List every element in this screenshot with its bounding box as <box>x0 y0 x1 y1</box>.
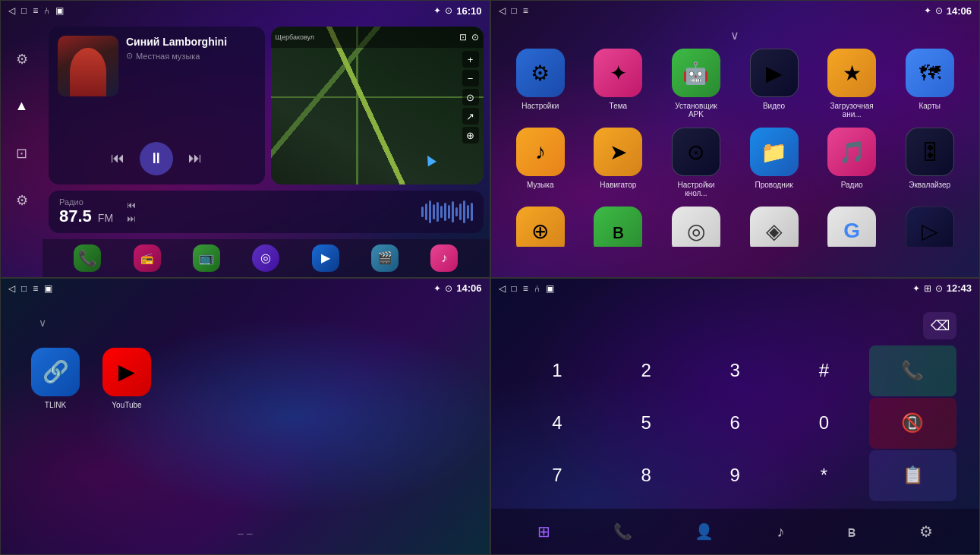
keypad: 123#📞4560📵789*📋 <box>506 345 965 502</box>
music-note-icon[interactable]: ♪ <box>770 517 790 547</box>
radio-icon: 📻 <box>140 252 153 264</box>
music-controls: ⏮ ⏸ ⏭ <box>58 142 256 175</box>
play-pause-button[interactable]: ⏸ <box>140 142 173 175</box>
map-zoom-fit[interactable]: ⊕ <box>462 127 479 143</box>
home-icon-q2[interactable]: □ <box>512 5 517 16</box>
sidebar-settings[interactable]: ⚙ <box>8 187 36 214</box>
app-item-maps[interactable]: 🗺Карты <box>895 49 964 118</box>
backspace-icon: ⌫ <box>931 317 950 334</box>
map-rotate[interactable]: ⊙ <box>462 89 479 106</box>
phone-settings-icon[interactable]: 📞 <box>607 516 638 547</box>
dock-film[interactable]: 🎬 <box>371 244 399 272</box>
menu-icon[interactable]: ≡ <box>33 5 38 16</box>
key-5[interactable]: 5 <box>603 398 690 449</box>
app-icon-explorer: 📁 <box>750 128 799 176</box>
key-1[interactable]: 1 <box>514 345 601 396</box>
app-item-bluetooth[interactable]: ʙBluetooth <box>584 207 653 247</box>
wave-bar-13 <box>467 205 469 219</box>
home-app-icon-tlink: 🔗 <box>31 348 80 396</box>
dock-tv[interactable]: 📺 <box>193 244 220 272</box>
app-item-music[interactable]: ♪Музыка <box>506 128 575 197</box>
small-chevron[interactable]: ∨ <box>39 317 46 329</box>
back-icon-q2[interactable]: ◁ <box>499 5 506 16</box>
home-app-youtube[interactable]: ▶YouTube <box>102 348 151 409</box>
contacts-icon[interactable]: 👤 <box>689 516 720 547</box>
wave-bar-11 <box>459 203 462 220</box>
sidebar-equalizer[interactable]: ⚙ <box>8 46 36 73</box>
menu-icon-q4[interactable]: ≡ <box>523 283 528 294</box>
app-grid: ⚙Настройки✦Тема🤖Установщик APK▶Видео★Заг… <box>506 49 965 247</box>
map-widget[interactable]: Щербаковул ⊡ ⊙ + − ⊙ ↗ ⊕ ▲ <box>271 27 484 184</box>
app-item-apk[interactable]: 🤖Установщик APK <box>662 49 731 118</box>
app-item-eq[interactable]: 🎛Эквалайзер <box>895 128 964 197</box>
home-icon-q3[interactable]: □ <box>21 283 27 294</box>
app-item-explorer[interactable]: 📁Проводник <box>739 128 808 197</box>
key-8[interactable]: 8 <box>603 450 690 501</box>
menu-icon-q2[interactable]: ≡ <box>523 5 528 16</box>
wave-bar-1 <box>421 207 424 217</box>
map-zoom-in[interactable]: + <box>462 51 479 68</box>
map-zoom-out[interactable]: − <box>462 70 479 87</box>
dock-phone[interactable]: 📞 <box>74 244 101 272</box>
map-icon-2[interactable]: ⊙ <box>471 32 479 43</box>
home-icon-q4[interactable]: □ <box>512 283 517 294</box>
next-button[interactable]: ⏭ <box>188 150 202 166</box>
bluetooth-bottom-icon[interactable]: ʙ <box>841 516 862 547</box>
radio-prev[interactable]: ⏮ <box>127 200 136 210</box>
dock-radio[interactable]: 📻 <box>134 244 161 272</box>
back-icon-q4[interactable]: ◁ <box>499 283 506 294</box>
app-item-aux[interactable]: ⊕AUX <box>506 207 575 247</box>
dock-q1: 📞 📻 📺 ◎ ▶ 🎬 ♪ <box>43 239 490 277</box>
end-call-button[interactable]: 📵 <box>869 398 956 449</box>
radio-next[interactable]: ⏭ <box>127 213 136 224</box>
app-item-settings[interactable]: ⚙Настройки <box>506 49 575 118</box>
app-item-knob[interactable]: ⊙Настройки кнол... <box>662 128 731 197</box>
phone-icon: 📞 <box>78 249 97 267</box>
app-item-nav[interactable]: ➤Навигатор <box>584 128 653 197</box>
sd-icon: ▣ <box>55 5 64 16</box>
back-icon[interactable]: ◁ <box>8 5 15 16</box>
dock-music[interactable]: ♪ <box>430 244 458 272</box>
app-item-chrome[interactable]: ◎Chrome <box>662 207 731 247</box>
key-6[interactable]: 6 <box>692 398 779 449</box>
key-3[interactable]: 3 <box>692 345 779 396</box>
app-item-video[interactable]: ▶Видео <box>739 49 808 118</box>
menu-icon-q3[interactable]: ≡ <box>33 283 38 294</box>
sidebar-navigation[interactable]: ▲ <box>8 93 36 120</box>
contacts-button[interactable]: 📋 <box>869 450 956 501</box>
call-button[interactable]: 📞 <box>869 345 956 396</box>
app-icon-video: ▶ <box>750 49 799 97</box>
sidebar-folder[interactable]: ⊡ <box>8 140 36 167</box>
app-item-color[interactable]: ◈Color <box>739 207 808 247</box>
chevron-down[interactable]: ∨ <box>730 28 739 43</box>
settings-bottom-icon[interactable]: ⚙ <box>913 516 939 547</box>
key-4[interactable]: 4 <box>514 398 601 449</box>
app-item-loader[interactable]: ★Загрузочная ани... <box>818 49 887 118</box>
prev-button[interactable]: ⏮ <box>111 150 124 166</box>
back-icon-q3[interactable]: ◁ <box>8 283 15 294</box>
key-7[interactable]: 7 <box>514 450 601 501</box>
key-9[interactable]: 9 <box>692 450 779 501</box>
app-item-radio[interactable]: 🎵Радио <box>818 128 887 197</box>
key-#[interactable]: # <box>780 345 868 396</box>
app-label-video: Видео <box>763 102 785 110</box>
dock-play[interactable]: ▶ <box>312 244 339 272</box>
app-item-play[interactable]: ▷Play Маркет <box>895 207 964 247</box>
dialer-bottom-nav: ⊞ 📞 👤 ♪ ʙ ⚙ <box>491 509 980 554</box>
app-item-google[interactable]: GGoogle <box>818 207 887 247</box>
app-item-theme[interactable]: ✦Тема <box>584 49 653 118</box>
home-app-tlink[interactable]: 🔗TLINK <box>31 348 80 409</box>
key-0[interactable]: 0 <box>780 398 868 449</box>
map-icon-1[interactable]: ⊡ <box>459 32 467 43</box>
status-right-q4: ✦ ⊞ ⊙ 12:43 <box>912 282 972 294</box>
key-*[interactable]: * <box>780 450 868 501</box>
map-search[interactable]: ↗ <box>462 108 479 125</box>
home-icon[interactable]: □ <box>21 5 27 16</box>
app-icon-eq: 🎛 <box>906 128 954 176</box>
app-icon-aux: ⊕ <box>516 207 565 247</box>
app-icon-nav: ➤ <box>594 128 642 176</box>
dock-circle[interactable]: ◎ <box>252 244 279 272</box>
key-2[interactable]: 2 <box>603 345 690 396</box>
backspace-button[interactable]: ⌫ <box>923 312 956 339</box>
dialpad-icon[interactable]: ⊞ <box>531 516 556 547</box>
